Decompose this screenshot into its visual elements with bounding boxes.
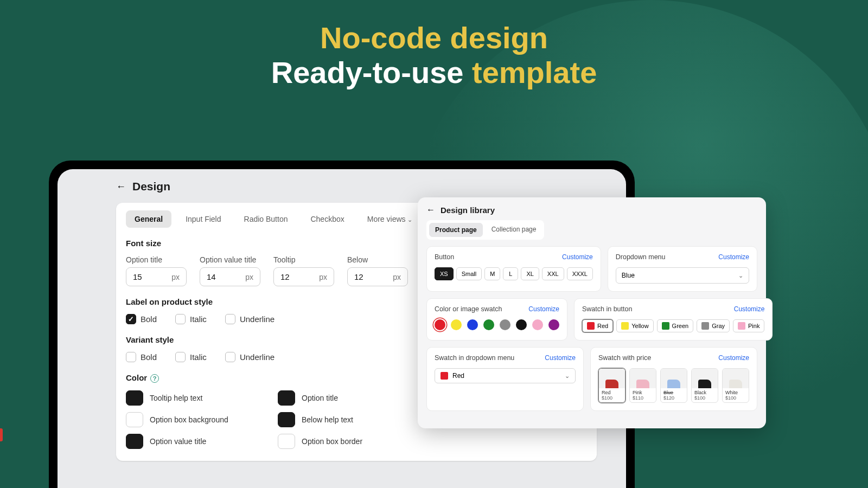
customize-link[interactable]: Customize [545, 354, 576, 362]
swatch-dd-square [441, 372, 448, 380]
checkbox-box[interactable] [126, 314, 136, 324]
tab-more-views[interactable]: More views ⌄ [359, 210, 422, 228]
swatch-dd-title: Swatch in dropdown menu [435, 354, 514, 362]
color-dot[interactable] [451, 319, 462, 330]
help-icon[interactable]: ? [150, 374, 159, 383]
swatch-square [662, 322, 669, 330]
fs-input[interactable]: px [200, 267, 260, 286]
color-swatch[interactable] [126, 434, 143, 449]
checkbox-bold[interactable]: Bold [126, 352, 157, 362]
checkbox-italic[interactable]: Italic [175, 352, 207, 362]
checkbox-label: Bold [141, 314, 157, 324]
price-name: Pink [633, 390, 653, 395]
tab-general[interactable]: General [126, 210, 171, 228]
price-name: Red [602, 390, 622, 395]
swatch-btn-pink[interactable]: Pink [733, 319, 764, 332]
price-name: Blue [663, 390, 684, 395]
size-btn-l[interactable]: L [503, 267, 518, 280]
fs-unit: px [319, 273, 327, 281]
size-btn-xs[interactable]: XS [435, 267, 454, 280]
customize-link[interactable]: Customize [734, 305, 765, 313]
price-name: White [725, 390, 746, 395]
color-dot[interactable] [467, 319, 478, 330]
swatch-btn-green[interactable]: Green [657, 319, 694, 332]
price-card-pink[interactable]: Pink$110 [629, 368, 656, 403]
tab-checkbox[interactable]: Checkbox [302, 210, 353, 228]
checkbox-italic[interactable]: Italic [175, 314, 207, 324]
color-swatch[interactable] [278, 390, 295, 406]
size-btn-xl[interactable]: XL [521, 267, 539, 280]
customize-link[interactable]: Customize [718, 354, 749, 362]
swatch-label: Gray [712, 323, 725, 329]
size-btn-small[interactable]: Small [456, 267, 482, 280]
swatch-btn-gray[interactable]: Gray [697, 319, 730, 332]
button-card-title: Button [435, 253, 454, 261]
swatch-btn-red[interactable]: Red [582, 319, 613, 332]
price-value: $100 [602, 395, 622, 401]
checkbox-underline[interactable]: Underline [225, 352, 275, 362]
checkbox-box[interactable] [225, 314, 235, 324]
lib-tab-collection-page[interactable]: Collection page [486, 223, 542, 237]
dropdown-card-title: Dropdown menu [616, 253, 666, 261]
chevron-down-icon: ⌄ [407, 216, 412, 223]
color-title-text: Color [126, 373, 147, 382]
swatch-label: Pink [748, 323, 760, 329]
swatch-dropdown-card: Swatch in dropdown menu Customize Red ⌄ [426, 347, 584, 411]
price-card-white[interactable]: White$100 [722, 368, 749, 403]
customize-link[interactable]: Customize [718, 253, 749, 261]
fs-input[interactable]: px [126, 267, 187, 286]
checkbox-box[interactable] [175, 314, 186, 324]
color-dot[interactable] [516, 319, 527, 330]
button-card: Button Customize XSSmallMLXLXXLXXXL [426, 246, 601, 292]
color-swatch[interactable] [278, 412, 295, 427]
swatch-square [701, 322, 709, 330]
swatch-btn-yellow[interactable]: Yellow [616, 319, 653, 332]
back-arrow-icon[interactable]: ← [426, 205, 435, 215]
fs-input-field[interactable] [280, 272, 303, 281]
fs-input-field[interactable] [207, 272, 229, 281]
shoe-thumb [599, 369, 625, 388]
customize-link[interactable]: Customize [528, 305, 559, 313]
size-btn-xxl[interactable]: XXL [542, 267, 564, 280]
color-dot[interactable] [532, 319, 543, 330]
fs-input[interactable]: px [273, 267, 334, 286]
tab-radio-button[interactable]: Radio Button [235, 210, 297, 228]
price-card-blue[interactable]: Blue$120 [660, 368, 687, 403]
lib-tab-product-page[interactable]: Product page [429, 223, 483, 237]
headline-line-2-white: Ready-to-use [271, 55, 472, 89]
size-btn-m[interactable]: M [484, 267, 500, 280]
color-dot[interactable] [548, 319, 559, 330]
fs-input[interactable]: px [347, 267, 408, 286]
checkbox-box[interactable] [175, 352, 186, 362]
checkbox-underline[interactable]: Underline [225, 314, 275, 324]
price-card-red[interactable]: Red$100 [598, 368, 626, 403]
checkbox-bold[interactable]: Bold [126, 314, 157, 324]
fs-input-field[interactable] [354, 272, 377, 281]
price-value: $120 [663, 395, 684, 401]
customize-link[interactable]: Customize [562, 253, 593, 261]
chevron-down-icon: ⌄ [565, 373, 570, 380]
color-swatch[interactable] [126, 412, 143, 427]
checkbox-box[interactable] [126, 352, 136, 362]
checkbox-label: Bold [141, 352, 157, 362]
fs-unit: px [171, 273, 180, 281]
color-dot[interactable] [483, 319, 494, 330]
back-arrow-icon[interactable]: ← [116, 181, 126, 192]
swatch-dropdown[interactable]: Red ⌄ [435, 368, 576, 383]
checkbox-box[interactable] [225, 352, 235, 362]
dropdown-select[interactable]: Blue ⌄ [616, 267, 749, 284]
color-dot[interactable] [435, 319, 445, 330]
fs-input-field[interactable] [133, 272, 156, 281]
checkbox-label: Underline [240, 314, 275, 324]
color-swatch[interactable] [126, 390, 143, 406]
price-card-black[interactable]: Black$100 [691, 368, 718, 403]
swatch-label: Green [672, 323, 689, 329]
color-swatch[interactable] [278, 434, 295, 449]
library-title: Design library [441, 206, 495, 215]
shoe-thumb [692, 369, 718, 388]
size-btn-xxxl[interactable]: XXXL [567, 267, 593, 280]
tab-input-field[interactable]: Input Field [177, 210, 229, 228]
dropdown-value: Blue [622, 272, 635, 279]
color-dot[interactable] [500, 319, 510, 330]
page-title: Design [132, 180, 170, 193]
